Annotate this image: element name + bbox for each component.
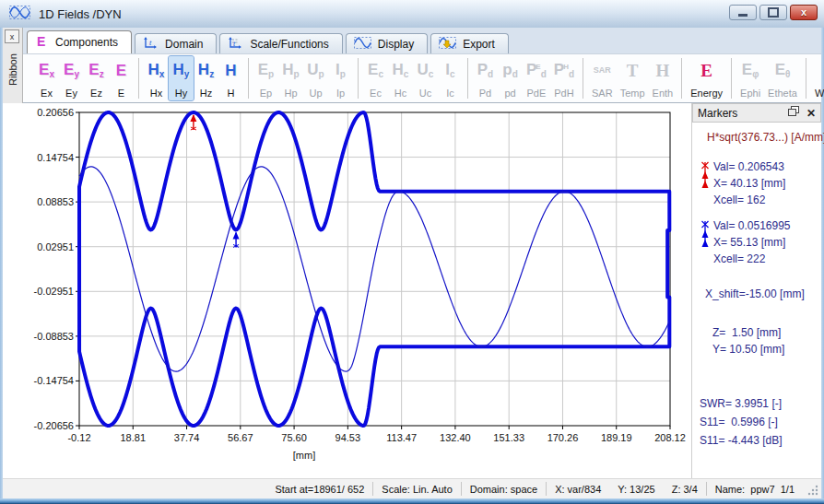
- markers-panel-header[interactable]: Markers ✕: [692, 103, 821, 123]
- ribbon-close-button[interactable]: x: [5, 29, 19, 43]
- toolbar-button-e[interactable]: EE: [109, 56, 134, 100]
- pde-icon: PEd: [526, 58, 547, 82]
- ribbon-strip-label: Ribbon: [7, 65, 18, 86]
- toolbar-button-ic: IcIc: [438, 56, 463, 100]
- scale-tab-icon: t: [228, 36, 243, 53]
- y-tick-label: -0.02951: [34, 286, 74, 297]
- toolbar-button-label: Ey: [65, 88, 77, 99]
- ey-icon: Ey: [64, 58, 79, 82]
- tab-display[interactable]: Display: [346, 33, 428, 53]
- up-icon: Up: [307, 58, 324, 82]
- maximize-icon: [768, 7, 779, 18]
- status-item: Scale: Lin. Auto: [373, 484, 460, 495]
- marker-entry: Val= 0.206543X= 40.13 [mm]Xcell= 162: [700, 158, 818, 208]
- toolbar-button-pdh: PHdPdH: [550, 56, 578, 100]
- ep-icon: Ep: [258, 58, 274, 82]
- ephi-icon: Eφ: [742, 58, 759, 82]
- marker-value-line: Xcell= 222: [713, 251, 791, 267]
- toolbar: ExExEyEyEzEzEEHxHxHyHyHzHzHHEpEpHpHpUpUp…: [23, 53, 821, 103]
- x-tick-label: 113.47: [386, 432, 417, 443]
- toolbar-separator: [358, 58, 359, 99]
- toolbar-separator: [583, 58, 583, 99]
- result-line: S11= -4.443 [dB]: [700, 431, 818, 450]
- tab-label: Domain: [165, 38, 203, 51]
- tab-label: Display: [378, 38, 414, 51]
- toolbar-button-ip: IpIp: [328, 56, 353, 100]
- resize-grip[interactable]: [807, 485, 818, 496]
- title-bar[interactable]: 1D Fields /DYN x: [0, 0, 824, 28]
- svg-text:E: E: [37, 34, 45, 48]
- toolbar-button-label: Ephi: [740, 88, 760, 99]
- e-icon: E: [116, 58, 126, 82]
- x-tick-label: 94.53: [335, 432, 361, 443]
- toolbar-button-label: Ex: [41, 88, 53, 99]
- close-icon: x: [801, 7, 806, 18]
- y-tick-label: 0.02951: [37, 241, 74, 252]
- y-tick-label: 0.20656: [37, 107, 74, 118]
- minimize-icon: [738, 14, 747, 17]
- undock-icon[interactable]: [788, 106, 800, 120]
- toolbar-button-energy[interactable]: EEnergy: [687, 56, 726, 100]
- status-item: Y: 13/25: [609, 484, 663, 495]
- minimize-button[interactable]: [729, 5, 757, 20]
- toolbar-button-sar: SARSAR: [588, 56, 617, 100]
- toolbar-separator: [138, 58, 139, 99]
- window-border-bottom: [0, 498, 824, 504]
- energy-icon: E: [700, 58, 712, 82]
- blue-marker-arrow[interactable]: [233, 231, 240, 247]
- ribbon-strip: x Ribbon: [3, 28, 23, 103]
- pd-icon: pd: [502, 58, 518, 82]
- y-tick-label: -0.08853: [34, 331, 74, 342]
- position-line: Z= 1.50 [mm]: [712, 324, 818, 341]
- markers-close-icon[interactable]: ✕: [806, 108, 816, 119]
- tab-bar: EComponentstDomaintScale/FunctionsDispla…: [27, 31, 509, 53]
- tab-export[interactable]: Export: [430, 33, 509, 53]
- tab-components[interactable]: EComponents: [27, 30, 132, 53]
- plot-region: 0.206560.147540.088530.02951-0.02951-0.0…: [3, 103, 821, 478]
- y-tick-label: 0.14754: [37, 152, 74, 163]
- toolbar-button-label: Hy: [175, 88, 187, 99]
- instantaneous-curve: [79, 167, 669, 371]
- toolbar-button-temp: TTemp: [617, 56, 649, 100]
- toolbar-button-hc: HcHc: [388, 56, 413, 100]
- field-plot[interactable]: 0.206560.147540.088530.02951-0.02951-0.0…: [3, 103, 689, 475]
- maximize-button[interactable]: [759, 5, 787, 20]
- toolbar-button-ey[interactable]: EyEy: [59, 56, 84, 100]
- y-tick-label: 0.08853: [37, 196, 74, 207]
- toolbar-button-ez[interactable]: EzEz: [84, 56, 109, 100]
- app-window: 1D Fields /DYN x x Ribbon EComponentstDo…: [0, 0, 824, 504]
- toolbar-button-ex[interactable]: ExEx: [34, 56, 59, 100]
- y-tick-label: -0.20656: [34, 420, 74, 431]
- x-tick-label: 18.81: [121, 432, 147, 443]
- toolbar-button-hx[interactable]: HxHx: [144, 56, 169, 100]
- comp-tab-icon: E: [35, 34, 49, 51]
- toolbar-button-h[interactable]: HH: [218, 56, 243, 100]
- toolbar-button-waveform[interactable]: tWaveform: [811, 56, 824, 100]
- red-marker-arrow[interactable]: [190, 114, 196, 130]
- toolbar-button-label: Hx: [150, 88, 162, 99]
- marker-value-line: X= 55.13 [mm]: [713, 234, 791, 251]
- y-tick-label: -0.14754: [34, 375, 74, 386]
- enth-icon: H: [655, 58, 669, 82]
- tab-scale-functions[interactable]: tScale/Functions: [219, 33, 342, 53]
- toolbar-separator: [248, 58, 249, 99]
- markers-panel: Markers ✕ H*sqrt(376.73...) [A/mm] Val= …: [691, 103, 821, 478]
- toolbar-button-label: Ec: [370, 88, 382, 99]
- status-bar: Start at=18961/ 652Scale: Lin. AutoDomai…: [3, 478, 821, 498]
- tab-domain[interactable]: tDomain: [135, 33, 217, 53]
- svg-text:t: t: [149, 39, 152, 47]
- close-button[interactable]: x: [790, 5, 818, 20]
- marker-value-line: X= 40.13 [mm]: [713, 175, 785, 192]
- toolbar-button-label: Ic: [446, 88, 454, 99]
- plot-border: [79, 112, 670, 426]
- pd-icon: Pd: [477, 58, 493, 82]
- toolbar-button-pd: PdPd: [473, 56, 498, 100]
- toolbar-separator: [467, 58, 468, 99]
- ex-icon: Ex: [39, 58, 54, 82]
- toolbar-button-label: PdE: [527, 88, 547, 99]
- x-tick-label: 208.12: [654, 432, 686, 443]
- toolbar-button-hp: HpHp: [278, 56, 303, 100]
- toolbar-button-hz[interactable]: HzHz: [194, 56, 218, 100]
- toolbar-button-up: UpUp: [303, 56, 328, 100]
- toolbar-button-hy[interactable]: HyHy: [169, 56, 194, 100]
